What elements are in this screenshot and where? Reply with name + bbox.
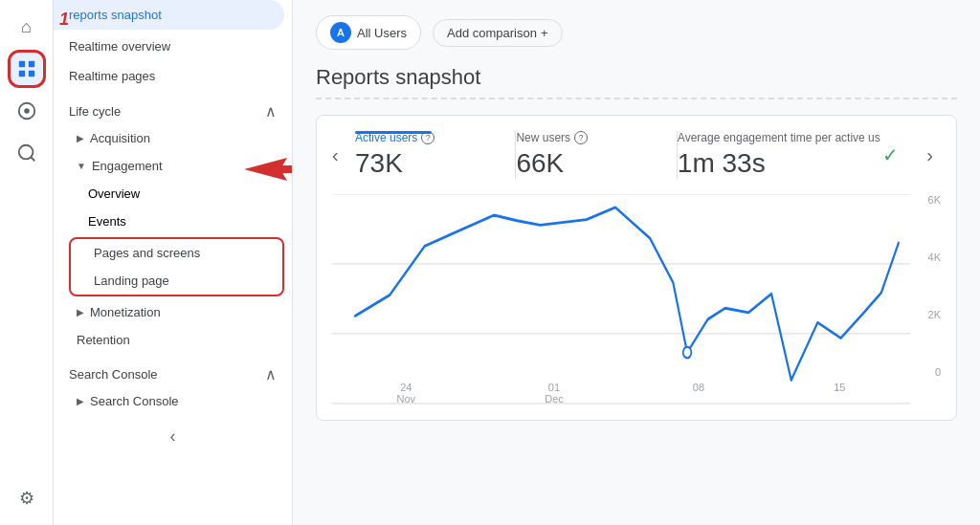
page-title: Reports snapshot (316, 65, 957, 99)
metrics-row: ‹ Active users ? 73K New users ? 66K (332, 131, 941, 179)
acquisition-label: Acquisition (90, 131, 150, 145)
sidebar-item-landing-page[interactable]: Landing page (71, 267, 282, 295)
engagement-label: Engagement (92, 159, 163, 173)
sidebar-item-events[interactable]: Events (54, 208, 284, 235)
events-label: Events (88, 214, 126, 229)
sidebar-item-realtime-pages[interactable]: Realtime pages (54, 61, 284, 91)
y-label-2k: 2K (914, 309, 941, 320)
chart-area: 6K 4K 2K 0 24Nov 01Dec 08 (332, 194, 941, 405)
metric-engagement-label: Average engagement time per active us (678, 131, 883, 144)
avatar: A (330, 22, 351, 43)
y-label-4k: 4K (914, 252, 941, 263)
lifecycle-chevron-icon[interactable]: ∧ (265, 102, 277, 120)
metric-engagement-value: 1m 33s (678, 148, 883, 179)
monetization-label: Monetization (90, 305, 161, 319)
expand-icon: ▶ (77, 133, 84, 143)
sidebar-item-pages-and-screens[interactable]: Pages and screens (71, 239, 282, 267)
retention-label: Retention (77, 333, 130, 347)
settings-icon[interactable]: ⚙ (8, 479, 46, 517)
x-label-dec01: 01Dec (545, 382, 564, 405)
search-console-section-label: Search Console (69, 367, 158, 382)
main-content: A All Users Add comparison + Reports sna… (293, 0, 980, 525)
svg-rect-0 (18, 61, 24, 67)
check-icon: ✓ (882, 143, 899, 166)
search-console-chevron-icon[interactable]: ∧ (265, 365, 277, 383)
svg-rect-3 (28, 71, 33, 77)
sidebar-item-retention[interactable]: Retention (54, 326, 284, 354)
sidebar-item-engagement[interactable]: ▼ Engagement (54, 152, 284, 180)
metric-new-users-label: New users ? (516, 131, 653, 144)
all-users-label: All Users (357, 26, 407, 40)
y-axis: 6K 4K 2K 0 (914, 194, 941, 378)
landing-page-label: Landing page (94, 273, 169, 288)
chart-card: ‹ Active users ? 73K New users ? 66K (316, 115, 957, 421)
x-axis: 24Nov 01Dec 08 15 (332, 382, 910, 405)
svg-point-5 (24, 108, 30, 114)
metric-active-users-label: Active users ? (355, 131, 492, 144)
sidebar-item-realtime-overview[interactable]: Realtime overview (54, 32, 284, 61)
highlighted-nav-group: Pages and screens Landing page (69, 237, 284, 296)
line-chart-svg (332, 194, 910, 405)
svg-point-6 (18, 145, 33, 160)
x-label-08: 08 (693, 382, 704, 405)
filter-bar: A All Users Add comparison + (316, 15, 957, 50)
icon-bar-bottom: ⚙ (8, 479, 46, 517)
pages-and-screens-label: Pages and screens (94, 246, 200, 260)
lifecycle-section-header: Life cycle ∧ (54, 91, 292, 124)
chart-line (355, 208, 899, 381)
svg-rect-2 (18, 71, 24, 77)
sidebar: reports snapshot Realtime overview Realt… (54, 0, 293, 525)
add-comparison-button[interactable]: Add comparison + (433, 19, 563, 47)
overview-label: Overview (88, 186, 140, 201)
next-arrow[interactable]: › (926, 144, 933, 166)
sidebar-item-monetization[interactable]: ▶ Monetization (54, 298, 284, 326)
advertising-icon[interactable] (8, 134, 46, 172)
lifecycle-label: Life cycle (69, 104, 121, 119)
realtime-overview-label: Realtime overview (69, 39, 170, 54)
y-label-0: 0 (914, 366, 941, 378)
plus-icon: + (541, 26, 548, 40)
active-tab-indicator (355, 131, 432, 134)
metric-new-users-value: 66K (516, 148, 653, 179)
expand-icon-engagement: ▼ (77, 161, 86, 171)
sidebar-collapse-button[interactable]: ‹ (54, 419, 292, 454)
x-label-nov24: 24Nov (397, 382, 416, 405)
sidebar-item-acquisition[interactable]: ▶ Acquisition (54, 124, 284, 152)
svg-rect-1 (28, 61, 33, 67)
home-icon[interactable]: ⌂ (8, 8, 46, 46)
sidebar-item-reports-snapshot[interactable]: reports snapshot (54, 0, 284, 30)
sidebar-item-overview[interactable]: Overview (54, 180, 284, 208)
metric-active-users-value: 73K (355, 148, 492, 179)
all-users-filter[interactable]: A All Users (316, 15, 421, 50)
sidebar-item-search-console[interactable]: ▶ Search Console (54, 387, 284, 415)
info-icon-new[interactable]: ? (574, 131, 588, 144)
search-console-section-header: Search Console ∧ (54, 354, 292, 387)
prev-arrow[interactable]: ‹ (332, 144, 339, 166)
svg-line-7 (31, 157, 34, 161)
collapse-icon: ‹ (170, 427, 176, 447)
search-console-label: Search Console (90, 394, 179, 408)
expand-icon-monetization: ▶ (77, 307, 84, 317)
expand-icon-sc: ▶ (77, 396, 84, 406)
realtime-pages-label: Realtime pages (69, 69, 155, 83)
y-label-6k: 6K (914, 194, 941, 206)
chart-dot (683, 347, 692, 359)
reports-icon[interactable] (8, 50, 46, 88)
x-label-15: 15 (834, 382, 845, 405)
icon-bar: ⌂ ⚙ (0, 0, 54, 525)
reports-snapshot-label: reports snapshot (69, 8, 162, 22)
explore-icon[interactable] (8, 92, 46, 130)
add-comparison-label: Add comparison (447, 26, 537, 40)
